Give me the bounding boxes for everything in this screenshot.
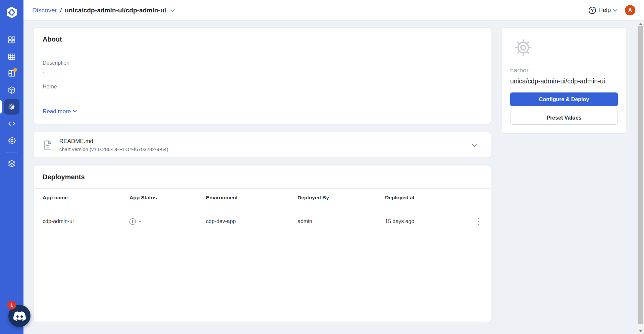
file-text-icon	[43, 140, 53, 150]
description-label: Description	[43, 60, 482, 66]
layers-icon	[7, 159, 16, 168]
triangle-up-icon	[639, 23, 642, 25]
kebab-icon	[478, 224, 479, 225]
grid-icon	[7, 36, 16, 44]
code-icon	[7, 119, 16, 128]
cube-icon	[7, 86, 16, 94]
discord-icon	[13, 310, 26, 322]
sidebar-item-code[interactable]	[4, 116, 19, 131]
readme-expand-button[interactable]	[471, 142, 476, 148]
breadcrumb-current-chart[interactable]: unica/cdp-admin-ui/cdp-admin-ui	[65, 7, 166, 14]
column-header-deployed-by: Deployed By	[298, 195, 385, 201]
sidebar-nav	[0, 32, 23, 173]
header-right: ? Help A	[589, 5, 635, 15]
cell-environment: cdp-dev-app	[206, 218, 298, 224]
triangle-down-icon	[639, 330, 642, 332]
gear-icon	[8, 136, 16, 145]
discord-chat-button[interactable]: 1	[8, 305, 31, 327]
devtron-logo-icon	[5, 6, 18, 19]
sidebar-item-chart-store[interactable]	[4, 99, 19, 115]
breadcrumb-separator: /	[60, 7, 62, 14]
read-more-link[interactable]: Read more	[43, 108, 76, 115]
sidebar-item-resource-browser[interactable]	[4, 82, 19, 98]
about-title: About	[43, 36, 62, 43]
top-header: Discover / unica/cdp-admin-ui/cdp-admin-…	[23, 0, 644, 21]
configure-deploy-button[interactable]: Configure & Deploy	[510, 92, 618, 106]
sidebar-item-application-groups[interactable]	[4, 66, 19, 81]
chart-repo-name: harbor	[510, 67, 618, 74]
sidebar	[0, 0, 23, 334]
breadcrumb: Discover / unica/cdp-admin-ui/cdp-admin-…	[32, 7, 174, 14]
sidebar-item-global-configurations[interactable]	[4, 133, 19, 148]
app-logo[interactable]	[0, 0, 23, 25]
description-value: -	[43, 69, 482, 75]
sidebar-divider	[6, 152, 17, 152]
helm-wheel-placeholder-icon	[513, 37, 618, 59]
sidebar-item-stack-manager[interactable]	[4, 156, 19, 171]
home-label: Home	[43, 84, 482, 90]
chevron-down-icon	[613, 7, 618, 11]
about-card: About Description - Home - Read more	[34, 27, 491, 124]
deployments-card: Deployments App name App Status Environm…	[34, 165, 491, 322]
table-row[interactable]: cdp-admin-ui i - cdp-dev-app admin 15 da…	[34, 207, 491, 236]
column-header-app-name: App name	[43, 195, 129, 201]
cell-app-status: i -	[129, 218, 206, 225]
readme-title: README.md	[59, 138, 168, 145]
cell-deployed-by: admin	[298, 218, 385, 224]
home-value: -	[43, 93, 482, 99]
readme-text: README.md chart version (v1.0.286-DEPLOY…	[59, 138, 168, 152]
breadcrumb-discover-link[interactable]: Discover	[32, 7, 57, 14]
cell-deployed-at: 15 days ago	[385, 218, 473, 224]
kebab-icon	[478, 221, 479, 222]
deployments-table-header: App name App Status Environment Deployed…	[34, 188, 491, 207]
avatar[interactable]: A	[625, 5, 635, 15]
chart-full-name: unica/cdp-admin-ui/cdp-admin-ui	[510, 77, 618, 85]
about-body: Description - Home - Read more	[34, 51, 491, 115]
column-header-app-status: App Status	[129, 195, 206, 201]
preset-values-button[interactable]: Preset Values	[510, 111, 618, 125]
chart-summary-panel: harbor unica/cdp-admin-ui/cdp-admin-ui C…	[502, 27, 626, 133]
scrollbar-thumb[interactable]	[638, 26, 643, 324]
chevron-down-icon	[472, 142, 477, 147]
column-header-environment: Environment	[206, 195, 298, 201]
scrollbar-down-button[interactable]	[637, 328, 644, 334]
sidebar-item-jobs[interactable]	[4, 49, 19, 64]
deployments-header: Deployments	[34, 165, 491, 188]
app-status-value: -	[139, 218, 141, 224]
help-label: Help	[598, 7, 611, 14]
readme-card[interactable]: README.md chart version (v1.0.286-DEPLOY…	[34, 132, 491, 158]
chevron-down-icon[interactable]	[170, 8, 175, 12]
row-menu-button[interactable]	[475, 216, 482, 227]
table-icon	[7, 52, 16, 61]
about-card-header: About	[34, 28, 491, 51]
readme-chart-version: chart version (v1.0.286-DEPLOY-f6703282-…	[59, 146, 168, 152]
deployments-title: Deployments	[43, 173, 85, 181]
help-menu[interactable]: ? Help	[589, 7, 617, 14]
info-icon[interactable]: i	[129, 218, 136, 225]
chevron-down-icon	[73, 109, 76, 112]
kebab-icon	[478, 218, 479, 219]
read-more-label: Read more	[43, 108, 71, 115]
vertical-scrollbar[interactable]	[637, 21, 644, 334]
chat-notification-badge: 1	[7, 301, 16, 310]
cell-app-name: cdp-admin-ui	[43, 218, 129, 224]
question-circle-icon: ?	[589, 7, 596, 14]
sidebar-item-applications[interactable]	[4, 32, 19, 48]
column-header-deployed-at: Deployed at	[385, 195, 473, 201]
helm-wheel-icon	[7, 103, 16, 111]
notification-dot	[13, 68, 17, 72]
